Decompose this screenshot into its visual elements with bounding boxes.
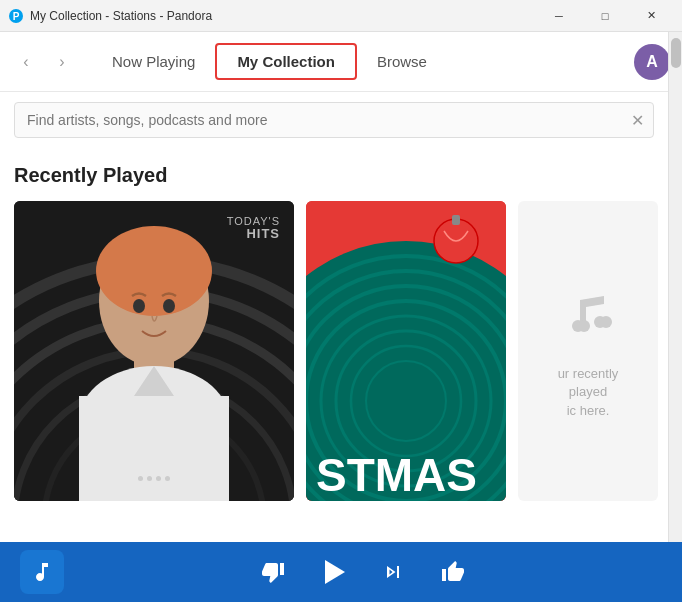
card1-label: TODAY'S HITS [227, 215, 280, 241]
card1-dots [138, 476, 170, 481]
maximize-button[interactable]: □ [582, 0, 628, 32]
svg-point-31 [578, 320, 590, 332]
search-bar: ✕ [0, 92, 668, 148]
player-bar [0, 542, 682, 602]
play-button[interactable] [311, 550, 355, 594]
search-wrap: ✕ [14, 102, 654, 138]
svg-point-10 [96, 226, 212, 316]
nav-tabs: Now Playing My Collection Browse [92, 43, 634, 80]
tab-my-collection[interactable]: My Collection [215, 43, 357, 80]
scrollbar-thumb[interactable] [671, 38, 681, 68]
section-title: Recently Played [14, 164, 654, 187]
svg-text:P: P [13, 11, 20, 22]
card-placeholder: ur recently played ic here. [518, 201, 658, 501]
card3-text: ur recently played ic here. [538, 365, 638, 420]
tab-browse[interactable]: Browse [357, 45, 447, 78]
cards-row: TODAY'S HITS [14, 201, 654, 501]
main-content: Recently Played [0, 148, 668, 542]
svg-rect-13 [79, 396, 229, 501]
music-library-button[interactable] [20, 550, 64, 594]
window-controls: ─ □ ✕ [536, 0, 674, 32]
tab-now-playing[interactable]: Now Playing [92, 45, 215, 78]
dot-3 [156, 476, 161, 481]
search-clear-icon[interactable]: ✕ [631, 111, 644, 130]
player-controls [64, 550, 662, 594]
window-title: My Collection - Stations - Pandora [30, 9, 536, 23]
svg-point-16 [163, 299, 175, 313]
close-button[interactable]: ✕ [628, 0, 674, 32]
nav-arrows: ‹ › [12, 48, 76, 76]
dot-1 [138, 476, 143, 481]
skip-button[interactable] [371, 550, 415, 594]
title-bar: P My Collection - Stations - Pandora ─ □… [0, 0, 682, 32]
avatar[interactable]: A [634, 44, 670, 80]
card1-hits: HITS [227, 227, 280, 241]
card-todays-hits[interactable]: TODAY'S HITS [14, 201, 294, 501]
app-icon: P [8, 8, 24, 24]
svg-marker-34 [325, 560, 345, 584]
minimize-button[interactable]: ─ [536, 0, 582, 32]
thumb-down-button[interactable] [251, 550, 295, 594]
nav-bar: ‹ › Now Playing My Collection Browse A [0, 32, 682, 92]
forward-button[interactable]: › [48, 48, 76, 76]
dot-2 [147, 476, 152, 481]
search-input[interactable] [14, 102, 654, 138]
svg-point-33 [600, 316, 612, 328]
player-left [20, 550, 64, 594]
thumb-up-button[interactable] [431, 550, 475, 594]
card-christmas[interactable]: STMAS [306, 201, 506, 501]
back-button[interactable]: ‹ [12, 48, 40, 76]
dot-4 [165, 476, 170, 481]
music-note-icon [558, 282, 618, 353]
svg-rect-28 [452, 215, 460, 225]
svg-point-15 [133, 299, 145, 313]
svg-text:STMAS: STMAS [316, 449, 477, 501]
scrollbar-track [668, 32, 682, 542]
